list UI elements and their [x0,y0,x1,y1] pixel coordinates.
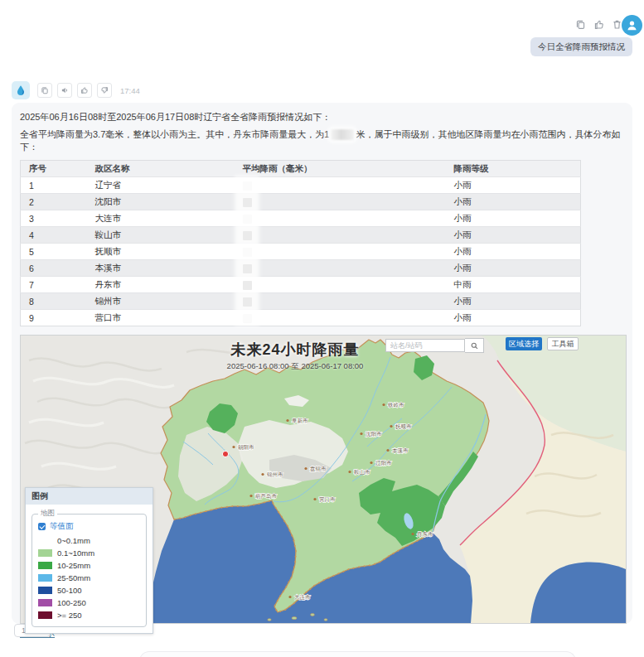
toolbox-button[interactable]: 工具箱 [547,337,579,350]
col-header-no: 序号 [21,161,87,177]
legend-title: 图例 [26,488,153,505]
station-search-input[interactable] [385,339,465,352]
thumbs-down-icon[interactable] [97,83,112,98]
legend-label: >= 250 [57,611,82,620]
legend-item: >= 250 [38,609,140,621]
city-label: 辽阳市 [375,460,392,466]
forecast-intro-line: 2025年06月16日08时至2025年06月17日08时辽宁省全省降雨预报情况… [20,111,626,123]
user-message-bubble: 今日全省降雨预报情况 [530,37,632,56]
city-label: 沈阳市 [366,431,382,437]
cell-region: 大连市 [87,210,235,227]
cell-no: 5 [21,244,87,260]
rain-table: 序号 政区名称 平均降雨（毫米） 降雨等级 1辽宁省小雨2沈阳市小雨3大连市小雨… [20,160,581,326]
city-dot [304,467,307,470]
city-label: 葫芦岛市 [255,493,278,500]
legend-swatch [38,587,52,594]
cell-no: 4 [21,227,87,244]
redacted-value [331,129,354,140]
city-dot [261,473,264,476]
redacted-rain-value [243,181,252,191]
water-drop-icon [15,85,27,96]
legend-label: 0.1~10mm [57,548,94,558]
like-icon[interactable] [593,19,604,30]
speaker-icon[interactable] [57,83,72,98]
search-icon[interactable] [465,338,484,353]
cell-level: 小雨 [446,194,581,210]
redacted-rain-value [243,231,252,240]
table-header-row: 序号 政区名称 平均降雨（毫米） 降雨等级 [21,161,581,177]
redacted-rain-value [243,281,252,290]
region-select-button[interactable]: 区域选择 [506,337,542,350]
col-header-region: 政区名称 [87,161,235,177]
city-label: 营口市 [319,496,336,503]
city-dot [313,498,316,500]
copy-icon[interactable] [37,83,52,98]
cell-rain [235,277,446,293]
assistant-message-bubble: 2025年06月16日08时至2025年06月17日08时辽宁省全省降雨预报情况… [12,103,632,624]
legend-item: 0.1~10mm [38,547,140,559]
chat-input[interactable] [139,651,576,657]
legend-swatch [38,611,52,619]
rain-table-wrap: 序号 政区名称 平均降雨（毫米） 降雨等级 1辽宁省小雨2沈阳市小雨3大连市小雨… [20,160,580,326]
cell-level: 小雨 [446,210,581,227]
assistant-header: 17:44 [12,81,140,99]
redacted-rain-value [243,314,252,323]
cell-level: 小雨 [446,260,581,277]
city-dot [232,446,235,448]
city-dot [288,596,291,598]
col-header-level: 降雨等级 [446,161,581,177]
legend-item: 50-100 [38,584,140,597]
thumbs-up-icon[interactable] [77,83,92,98]
table-row: 5抚顺市小雨 [21,244,581,260]
redacted-rain-value [243,297,252,307]
city-dot [360,432,362,435]
cell-level: 小雨 [446,244,581,260]
table-row: 6本溪市小雨 [21,260,581,277]
cell-rain [235,177,446,194]
city-dot [411,533,414,535]
redacted-rain-value [243,248,252,257]
cell-no: 2 [21,194,87,210]
city-dot [386,449,389,452]
legend-items: 0~0.1mm0.1~10mm10-25mm25-50mm50-100100-2… [38,534,140,621]
cell-region: 营口市 [87,310,235,326]
rain-table-body: 1辽宁省小雨2沈阳市小雨3大连市小雨4鞍山市小雨5抚顺市小雨6本溪市小雨7丹东市… [21,177,581,326]
cell-region: 本溪市 [87,260,235,277]
redacted-rain-value [243,198,252,207]
city-dot [286,419,288,422]
cell-level: 小雨 [446,227,581,244]
redacted-rain-value [243,264,252,273]
city-dot [249,495,252,497]
city-label: 大连市 [294,594,311,600]
legend-item: 100-250 [38,597,140,609]
rain-map[interactable]: 朝阳市阜新市铁岭市沈阳市抚顺市本溪市辽阳市鞍山市盘锦市锦州市葫芦岛市营口市丹东市… [20,335,627,624]
cell-no: 3 [21,210,87,227]
table-row: 8锦州市小雨 [21,293,581,310]
cell-region: 锦州市 [87,293,235,310]
forecast-summary-line: 全省平均降雨量为3.7毫米，整体以小雨为主。其中，丹东市降雨量最大，为1米，属于… [20,128,626,153]
assistant-avatar [12,81,30,99]
map-marker[interactable] [222,451,228,457]
cell-rain [235,194,446,210]
chat-panel: 今日全省降雨预报情况 17:44 2025 [0,0,644,657]
checkbox-checked-icon[interactable] [38,523,46,530]
table-row: 9营口市小雨 [21,310,581,326]
legend-swatch [38,574,52,582]
cell-rain [235,293,446,310]
copy-icon[interactable] [575,19,586,30]
redacted-rain-value [243,215,252,224]
city-label: 锦州市 [266,471,283,477]
cell-rain [235,310,446,326]
layer-toggle[interactable]: 等值面 [38,521,140,532]
table-row: 3大连市小雨 [21,210,581,227]
table-row: 4鞍山市小雨 [21,227,581,244]
cell-region: 沈阳市 [87,194,235,210]
col-header-rain: 平均降雨（毫米） [235,161,446,177]
layer-label: 等值面 [50,521,74,532]
user-icon [626,19,638,31]
cell-region: 抚顺市 [87,244,235,260]
legend-label: 10-25mm [57,561,90,570]
legend-label: 50-100 [57,586,82,595]
city-dot [382,403,385,406]
cell-level: 中雨 [446,277,581,293]
